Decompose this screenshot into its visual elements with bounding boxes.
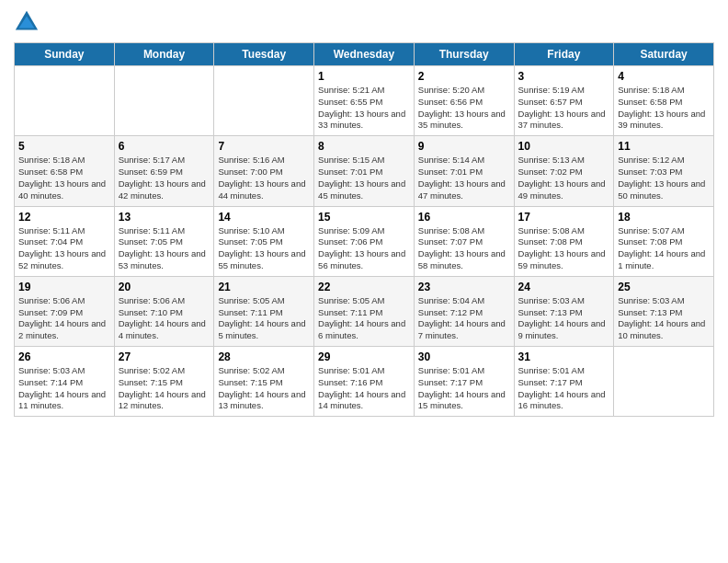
day-info: Sunrise: 5:05 AMSunset: 7:11 PMDaylight:…: [318, 295, 410, 342]
day-number: 15: [318, 211, 410, 224]
day-number: 1: [318, 70, 410, 83]
calendar-cell: 29Sunrise: 5:01 AMSunset: 7:16 PMDayligh…: [314, 347, 415, 417]
day-info: Sunrise: 5:09 AMSunset: 7:06 PMDaylight:…: [318, 225, 410, 272]
calendar-cell: 5Sunrise: 5:18 AMSunset: 6:58 PMDaylight…: [15, 136, 115, 206]
day-info: Sunrise: 5:01 AMSunset: 7:17 PMDaylight:…: [418, 365, 510, 412]
calendar-table: SundayMondayTuesdayWednesdayThursdayFrid…: [14, 42, 714, 417]
logo: [14, 9, 43, 35]
calendar-cell: 23Sunrise: 5:04 AMSunset: 7:12 PMDayligh…: [414, 276, 514, 346]
calendar-cell: 17Sunrise: 5:08 AMSunset: 7:08 PMDayligh…: [514, 206, 614, 276]
calendar-cell: 28Sunrise: 5:02 AMSunset: 7:15 PMDayligh…: [214, 347, 314, 417]
day-info: Sunrise: 5:02 AMSunset: 7:15 PMDaylight:…: [218, 365, 310, 412]
weekday-monday: Monday: [114, 43, 214, 66]
calendar-cell: 22Sunrise: 5:05 AMSunset: 7:11 PMDayligh…: [314, 276, 415, 346]
day-info: Sunrise: 5:06 AMSunset: 7:10 PMDaylight:…: [119, 295, 210, 342]
calendar-cell: 2Sunrise: 5:20 AMSunset: 6:56 PMDaylight…: [414, 66, 514, 136]
calendar-cell: 10Sunrise: 5:13 AMSunset: 7:02 PMDayligh…: [514, 136, 614, 206]
weekday-thursday: Thursday: [414, 43, 514, 66]
day-info: Sunrise: 5:13 AMSunset: 7:02 PMDaylight:…: [518, 155, 610, 201]
day-number: 27: [119, 350, 210, 363]
day-info: Sunrise: 5:08 AMSunset: 7:07 PMDaylight:…: [418, 225, 510, 272]
calendar-cell: 8Sunrise: 5:15 AMSunset: 7:01 PMDaylight…: [314, 136, 415, 206]
day-number: 20: [119, 281, 210, 293]
day-number: 28: [218, 350, 310, 363]
day-info: Sunrise: 5:20 AMSunset: 6:56 PMDaylight:…: [418, 85, 510, 132]
calendar-week-1: 1Sunrise: 5:21 AMSunset: 6:55 PMDaylight…: [15, 66, 714, 136]
day-number: 12: [18, 211, 110, 224]
page-header: [14, 9, 714, 35]
calendar-cell: 12Sunrise: 5:11 AMSunset: 7:04 PMDayligh…: [15, 206, 115, 276]
day-number: 14: [218, 211, 310, 224]
day-info: Sunrise: 5:07 AMSunset: 7:08 PMDaylight:…: [618, 225, 710, 272]
calendar-cell: 31Sunrise: 5:01 AMSunset: 7:17 PMDayligh…: [514, 347, 614, 417]
day-info: Sunrise: 5:19 AMSunset: 6:57 PMDaylight:…: [518, 85, 610, 132]
calendar-cell: 19Sunrise: 5:06 AMSunset: 7:09 PMDayligh…: [15, 276, 115, 346]
day-number: 21: [218, 281, 310, 293]
day-number: 3: [518, 70, 610, 83]
day-number: 22: [318, 281, 410, 293]
day-info: Sunrise: 5:05 AMSunset: 7:11 PMDaylight:…: [218, 295, 310, 342]
calendar-week-3: 12Sunrise: 5:11 AMSunset: 7:04 PMDayligh…: [15, 206, 714, 276]
calendar-cell: [114, 66, 214, 136]
calendar-cell: 15Sunrise: 5:09 AMSunset: 7:06 PMDayligh…: [314, 206, 415, 276]
logo-icon: [14, 9, 40, 35]
calendar-cell: 25Sunrise: 5:03 AMSunset: 7:13 PMDayligh…: [614, 276, 714, 346]
calendar-cell: 24Sunrise: 5:03 AMSunset: 7:13 PMDayligh…: [514, 276, 614, 346]
weekday-tuesday: Tuesday: [214, 43, 314, 66]
calendar-cell: 7Sunrise: 5:16 AMSunset: 7:00 PMDaylight…: [214, 136, 314, 206]
day-info: Sunrise: 5:03 AMSunset: 7:13 PMDaylight:…: [518, 295, 610, 342]
day-info: Sunrise: 5:18 AMSunset: 6:58 PMDaylight:…: [18, 155, 110, 201]
day-number: 2: [418, 70, 510, 83]
day-number: 23: [418, 281, 510, 293]
day-info: Sunrise: 5:21 AMSunset: 6:55 PMDaylight:…: [318, 85, 410, 132]
day-number: 19: [18, 281, 110, 293]
calendar-cell: 1Sunrise: 5:21 AMSunset: 6:55 PMDaylight…: [314, 66, 415, 136]
day-number: 30: [418, 350, 510, 363]
day-number: 4: [618, 70, 710, 83]
calendar-cell: 13Sunrise: 5:11 AMSunset: 7:05 PMDayligh…: [114, 206, 214, 276]
calendar-cell: [214, 66, 314, 136]
calendar-cell: 27Sunrise: 5:02 AMSunset: 7:15 PMDayligh…: [114, 347, 214, 417]
day-info: Sunrise: 5:08 AMSunset: 7:08 PMDaylight:…: [518, 225, 610, 272]
weekday-header-row: SundayMondayTuesdayWednesdayThursdayFrid…: [15, 43, 714, 66]
calendar-cell: [15, 66, 115, 136]
day-info: Sunrise: 5:01 AMSunset: 7:17 PMDaylight:…: [518, 365, 610, 412]
weekday-sunday: Sunday: [15, 43, 115, 66]
day-info: Sunrise: 5:01 AMSunset: 7:16 PMDaylight:…: [318, 365, 410, 412]
day-info: Sunrise: 5:04 AMSunset: 7:12 PMDaylight:…: [418, 295, 510, 342]
calendar-week-2: 5Sunrise: 5:18 AMSunset: 6:58 PMDaylight…: [15, 136, 714, 206]
weekday-wednesday: Wednesday: [314, 43, 415, 66]
calendar-cell: 26Sunrise: 5:03 AMSunset: 7:14 PMDayligh…: [15, 347, 115, 417]
day-info: Sunrise: 5:02 AMSunset: 7:15 PMDaylight:…: [119, 365, 210, 412]
weekday-friday: Friday: [514, 43, 614, 66]
day-number: 24: [518, 281, 610, 293]
day-info: Sunrise: 5:16 AMSunset: 7:00 PMDaylight:…: [218, 155, 310, 201]
calendar-cell: 11Sunrise: 5:12 AMSunset: 7:03 PMDayligh…: [614, 136, 714, 206]
day-info: Sunrise: 5:03 AMSunset: 7:14 PMDaylight:…: [18, 365, 110, 412]
calendar-body: 1Sunrise: 5:21 AMSunset: 6:55 PMDaylight…: [15, 66, 714, 417]
day-number: 10: [518, 140, 610, 153]
day-number: 29: [318, 350, 410, 363]
calendar-cell: 9Sunrise: 5:14 AMSunset: 7:01 PMDaylight…: [414, 136, 514, 206]
day-number: 18: [618, 211, 710, 224]
day-info: Sunrise: 5:03 AMSunset: 7:13 PMDaylight:…: [618, 295, 710, 342]
day-info: Sunrise: 5:06 AMSunset: 7:09 PMDaylight:…: [18, 295, 110, 342]
day-number: 16: [418, 211, 510, 224]
day-number: 17: [518, 211, 610, 224]
day-info: Sunrise: 5:11 AMSunset: 7:04 PMDaylight:…: [18, 225, 110, 272]
calendar-week-4: 19Sunrise: 5:06 AMSunset: 7:09 PMDayligh…: [15, 276, 714, 346]
calendar-page: SundayMondayTuesdayWednesdayThursdayFrid…: [0, 0, 728, 563]
day-info: Sunrise: 5:11 AMSunset: 7:05 PMDaylight:…: [119, 225, 210, 272]
day-number: 8: [318, 140, 410, 153]
day-info: Sunrise: 5:14 AMSunset: 7:01 PMDaylight:…: [418, 155, 510, 201]
calendar-cell: 3Sunrise: 5:19 AMSunset: 6:57 PMDaylight…: [514, 66, 614, 136]
day-info: Sunrise: 5:10 AMSunset: 7:05 PMDaylight:…: [218, 225, 310, 272]
day-number: 31: [518, 350, 610, 363]
day-number: 7: [218, 140, 310, 153]
calendar-week-5: 26Sunrise: 5:03 AMSunset: 7:14 PMDayligh…: [15, 347, 714, 417]
calendar-cell: 14Sunrise: 5:10 AMSunset: 7:05 PMDayligh…: [214, 206, 314, 276]
calendar-cell: 30Sunrise: 5:01 AMSunset: 7:17 PMDayligh…: [414, 347, 514, 417]
day-number: 11: [618, 140, 710, 153]
calendar-cell: 21Sunrise: 5:05 AMSunset: 7:11 PMDayligh…: [214, 276, 314, 346]
day-info: Sunrise: 5:15 AMSunset: 7:01 PMDaylight:…: [318, 155, 410, 201]
